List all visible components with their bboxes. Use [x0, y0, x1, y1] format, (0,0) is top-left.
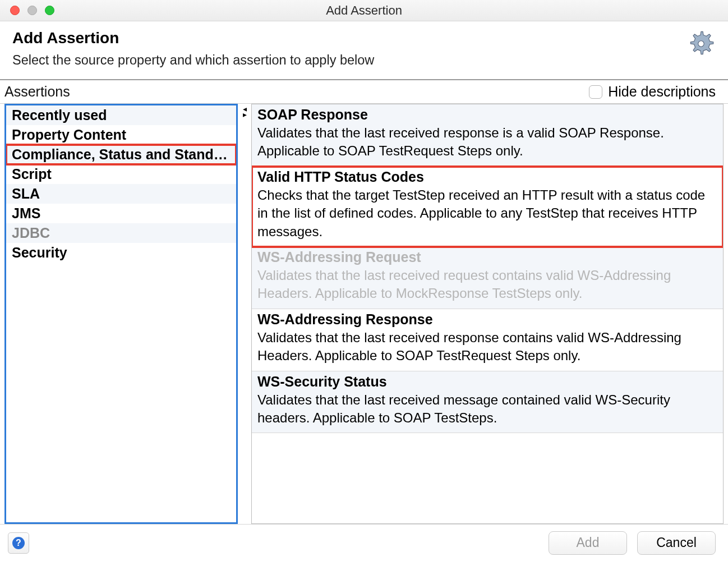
assertion-title: SOAP Response — [257, 107, 717, 123]
assertion-item[interactable]: SOAP ResponseValidates that the last rec… — [252, 104, 723, 167]
assertion-item[interactable]: WS-Addressing ResponseValidates that the… — [252, 309, 723, 371]
assertion-description: Validates that the last received respons… — [257, 124, 717, 160]
assertion-description: Checks that the target TestStep received… — [257, 186, 717, 241]
dialog-title: Add Assertion — [12, 29, 374, 47]
maximize-window-button[interactable] — [45, 6, 54, 15]
assertion-title: Valid HTTP Status Codes — [257, 169, 717, 185]
assertion-description: Validates that the last received request… — [257, 266, 717, 303]
checkbox-icon — [589, 85, 602, 99]
hide-descriptions-label: Hide descriptions — [608, 84, 716, 100]
add-button[interactable]: Add — [549, 531, 627, 555]
minimize-window-button[interactable] — [27, 6, 37, 15]
titlebar: Add Assertion — [0, 0, 728, 21]
dialog-footer: ? Add Cancel — [0, 524, 728, 561]
cancel-button[interactable]: Cancel — [637, 531, 716, 555]
help-icon: ? — [12, 536, 25, 550]
category-item[interactable]: Recently used — [6, 105, 236, 125]
window-controls — [0, 6, 54, 15]
category-item[interactable]: Security — [6, 243, 236, 263]
section-label: Assertions — [4, 84, 70, 100]
assertion-description: Validates that the last received respons… — [257, 329, 717, 365]
category-list[interactable]: Recently usedProperty ContentCompliance,… — [4, 104, 238, 524]
gear-icon — [686, 29, 716, 62]
assertion-item[interactable]: Valid HTTP Status CodesChecks that the t… — [252, 167, 723, 247]
category-item[interactable]: JMS — [6, 204, 236, 223]
assertion-title: WS-Addressing Response — [257, 311, 717, 328]
category-item[interactable]: SLA — [6, 184, 236, 204]
content-area: Recently usedProperty ContentCompliance,… — [0, 104, 728, 524]
category-item[interactable]: Compliance, Status and Stand… — [6, 145, 236, 164]
svg-text:?: ? — [16, 538, 21, 548]
splitter-handle[interactable]: ◂ ▸ — [238, 104, 251, 524]
assertion-item[interactable]: WS-Security StatusValidates that the las… — [252, 371, 723, 434]
dialog-header: Add Assertion Select the source property… — [0, 21, 728, 80]
assertion-title: WS-Security Status — [257, 374, 717, 390]
category-item[interactable]: JDBC — [6, 223, 236, 243]
toolbar: Assertions Hide descriptions — [0, 80, 728, 104]
window-title: Add Assertion — [0, 3, 728, 18]
help-button[interactable]: ? — [8, 532, 29, 554]
dialog-subtitle: Select the source property and which ass… — [12, 53, 374, 68]
hide-descriptions-toggle[interactable]: Hide descriptions — [589, 84, 716, 100]
chevron-right-icon: ▸ — [243, 112, 247, 117]
close-window-button[interactable] — [10, 6, 20, 15]
assertion-item[interactable]: WS-Addressing RequestValidates that the … — [252, 247, 723, 309]
assertion-description: Validates that the last received message… — [257, 391, 717, 427]
assertion-list[interactable]: SOAP ResponseValidates that the last rec… — [251, 104, 724, 524]
assertion-title: WS-Addressing Request — [257, 249, 717, 265]
svg-point-1 — [698, 41, 704, 47]
category-item[interactable]: Property Content — [6, 125, 236, 145]
category-item[interactable]: Script — [6, 164, 236, 184]
